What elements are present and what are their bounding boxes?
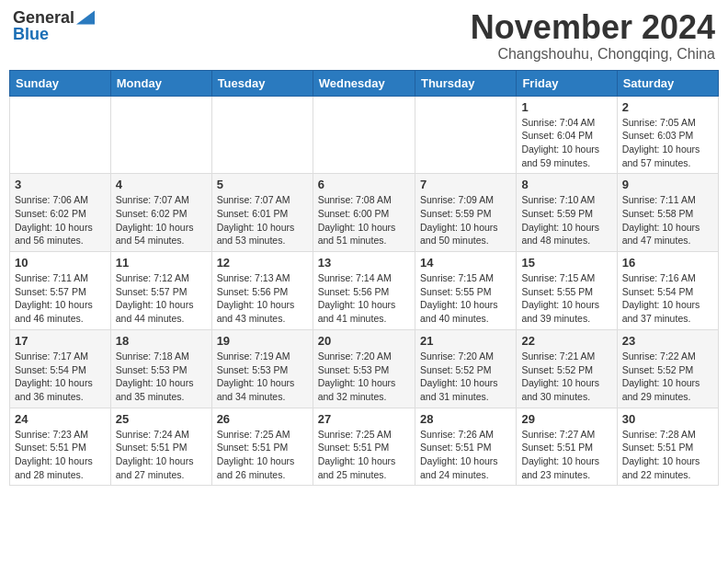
day-info: Sunrise: 7:16 AM Sunset: 5:54 PM Dayligh… <box>622 271 713 326</box>
calendar-cell: 18Sunrise: 7:18 AM Sunset: 5:53 PM Dayli… <box>110 329 211 408</box>
calendar-cell: 16Sunrise: 7:16 AM Sunset: 5:54 PM Dayli… <box>617 252 718 330</box>
location-subtitle: Changshouhu, Chongqing, China <box>471 46 715 63</box>
day-info: Sunrise: 7:11 AM Sunset: 5:58 PM Dayligh… <box>622 193 713 247</box>
day-info: Sunrise: 7:17 AM Sunset: 5:54 PM Dayligh… <box>15 350 106 404</box>
day-info: Sunrise: 7:25 AM Sunset: 5:51 PM Dayligh… <box>318 428 410 482</box>
day-number: 17 <box>15 334 106 348</box>
calendar-cell: 28Sunrise: 7:26 AM Sunset: 5:51 PM Dayli… <box>415 408 516 486</box>
calendar-cell <box>10 96 111 174</box>
day-number: 16 <box>622 256 713 270</box>
day-number: 25 <box>116 412 207 426</box>
page-header: General Blue November 2024 Changshouhu, … <box>9 9 719 63</box>
calendar-cell: 20Sunrise: 7:20 AM Sunset: 5:53 PM Dayli… <box>313 329 415 408</box>
calendar-week-4: 17Sunrise: 7:17 AM Sunset: 5:54 PM Dayli… <box>10 329 719 408</box>
day-number: 12 <box>217 256 308 270</box>
calendar-cell: 13Sunrise: 7:14 AM Sunset: 5:56 PM Dayli… <box>313 252 415 330</box>
weekday-header-monday: Monday <box>110 70 211 96</box>
day-number: 7 <box>420 178 511 191</box>
day-info: Sunrise: 7:12 AM Sunset: 5:57 PM Dayligh… <box>116 271 207 326</box>
calendar-cell <box>415 96 516 174</box>
logo-icon <box>76 10 95 25</box>
day-info: Sunrise: 7:25 AM Sunset: 5:51 PM Dayligh… <box>217 428 308 482</box>
calendar-cell: 17Sunrise: 7:17 AM Sunset: 5:54 PM Dayli… <box>10 329 111 408</box>
weekday-header-wednesday: Wednesday <box>313 70 415 96</box>
weekday-header-thursday: Thursday <box>415 70 516 96</box>
calendar-cell: 12Sunrise: 7:13 AM Sunset: 5:56 PM Dayli… <box>211 252 313 330</box>
calendar-cell: 21Sunrise: 7:20 AM Sunset: 5:52 PM Dayli… <box>415 329 516 408</box>
calendar-cell: 4Sunrise: 7:07 AM Sunset: 6:02 PM Daylig… <box>110 174 211 252</box>
day-info: Sunrise: 7:07 AM Sunset: 6:01 PM Dayligh… <box>217 193 308 247</box>
day-info: Sunrise: 7:24 AM Sunset: 5:51 PM Dayligh… <box>116 428 207 482</box>
day-info: Sunrise: 7:18 AM Sunset: 5:53 PM Dayligh… <box>116 350 207 404</box>
calendar-cell: 27Sunrise: 7:25 AM Sunset: 5:51 PM Dayli… <box>313 408 415 486</box>
day-info: Sunrise: 7:13 AM Sunset: 5:56 PM Dayligh… <box>217 271 308 326</box>
calendar-cell: 30Sunrise: 7:28 AM Sunset: 5:51 PM Dayli… <box>617 408 718 486</box>
day-info: Sunrise: 7:04 AM Sunset: 6:04 PM Dayligh… <box>521 116 611 170</box>
day-info: Sunrise: 7:06 AM Sunset: 6:02 PM Dayligh… <box>15 193 106 247</box>
calendar-cell: 22Sunrise: 7:21 AM Sunset: 5:52 PM Dayli… <box>517 329 617 408</box>
day-number: 24 <box>15 412 106 426</box>
svg-marker-0 <box>76 11 95 25</box>
day-number: 19 <box>217 334 308 348</box>
day-info: Sunrise: 7:11 AM Sunset: 5:57 PM Dayligh… <box>15 271 106 326</box>
calendar-cell: 9Sunrise: 7:11 AM Sunset: 5:58 PM Daylig… <box>617 174 718 252</box>
logo-general: General <box>13 9 74 26</box>
logo: General Blue <box>13 9 95 42</box>
calendar-table: SundayMondayTuesdayWednesdayThursdayFrid… <box>9 70 719 487</box>
calendar-cell: 1Sunrise: 7:04 AM Sunset: 6:04 PM Daylig… <box>517 96 617 174</box>
day-number: 23 <box>622 334 713 348</box>
calendar-cell <box>211 96 313 174</box>
calendar-cell: 15Sunrise: 7:15 AM Sunset: 5:55 PM Dayli… <box>517 252 617 330</box>
day-number: 2 <box>622 100 713 114</box>
calendar-cell: 10Sunrise: 7:11 AM Sunset: 5:57 PM Dayli… <box>10 252 111 330</box>
day-info: Sunrise: 7:07 AM Sunset: 6:02 PM Dayligh… <box>116 193 207 247</box>
day-number: 21 <box>420 334 511 348</box>
day-info: Sunrise: 7:28 AM Sunset: 5:51 PM Dayligh… <box>622 428 713 482</box>
calendar-cell: 6Sunrise: 7:08 AM Sunset: 6:00 PM Daylig… <box>313 174 415 252</box>
day-info: Sunrise: 7:14 AM Sunset: 5:56 PM Dayligh… <box>318 271 410 326</box>
calendar-cell: 23Sunrise: 7:22 AM Sunset: 5:52 PM Dayli… <box>617 329 718 408</box>
calendar-cell: 3Sunrise: 7:06 AM Sunset: 6:02 PM Daylig… <box>10 174 111 252</box>
calendar-cell: 25Sunrise: 7:24 AM Sunset: 5:51 PM Dayli… <box>110 408 211 486</box>
calendar-cell: 19Sunrise: 7:19 AM Sunset: 5:53 PM Dayli… <box>211 329 313 408</box>
calendar-cell: 29Sunrise: 7:27 AM Sunset: 5:51 PM Dayli… <box>517 408 617 486</box>
calendar-week-3: 10Sunrise: 7:11 AM Sunset: 5:57 PM Dayli… <box>10 252 719 330</box>
day-number: 15 <box>521 256 611 270</box>
day-info: Sunrise: 7:09 AM Sunset: 5:59 PM Dayligh… <box>420 193 511 247</box>
weekday-header-sunday: Sunday <box>10 70 111 96</box>
day-info: Sunrise: 7:20 AM Sunset: 5:52 PM Dayligh… <box>420 350 511 404</box>
day-number: 8 <box>521 178 611 191</box>
day-info: Sunrise: 7:22 AM Sunset: 5:52 PM Dayligh… <box>622 350 713 404</box>
day-number: 30 <box>622 412 713 426</box>
weekday-header-saturday: Saturday <box>617 70 718 96</box>
day-number: 28 <box>420 412 511 426</box>
day-number: 9 <box>622 178 713 191</box>
day-number: 4 <box>116 178 207 191</box>
day-info: Sunrise: 7:10 AM Sunset: 5:59 PM Dayligh… <box>521 193 611 247</box>
calendar-cell: 8Sunrise: 7:10 AM Sunset: 5:59 PM Daylig… <box>517 174 617 252</box>
weekday-header-row: SundayMondayTuesdayWednesdayThursdayFrid… <box>10 70 719 96</box>
calendar-cell <box>110 96 211 174</box>
calendar-week-1: 1Sunrise: 7:04 AM Sunset: 6:04 PM Daylig… <box>10 96 719 174</box>
calendar-cell <box>313 96 415 174</box>
day-info: Sunrise: 7:19 AM Sunset: 5:53 PM Dayligh… <box>217 350 308 404</box>
day-info: Sunrise: 7:15 AM Sunset: 5:55 PM Dayligh… <box>420 271 511 326</box>
day-number: 27 <box>318 412 410 426</box>
day-number: 6 <box>318 178 410 191</box>
day-info: Sunrise: 7:20 AM Sunset: 5:53 PM Dayligh… <box>318 350 410 404</box>
calendar-cell: 2Sunrise: 7:05 AM Sunset: 6:03 PM Daylig… <box>617 96 718 174</box>
day-number: 11 <box>116 256 207 270</box>
day-number: 29 <box>521 412 611 426</box>
day-info: Sunrise: 7:21 AM Sunset: 5:52 PM Dayligh… <box>521 350 611 404</box>
day-number: 10 <box>15 256 106 270</box>
calendar-cell: 5Sunrise: 7:07 AM Sunset: 6:01 PM Daylig… <box>211 174 313 252</box>
day-info: Sunrise: 7:26 AM Sunset: 5:51 PM Dayligh… <box>420 428 511 482</box>
day-info: Sunrise: 7:15 AM Sunset: 5:55 PM Dayligh… <box>521 271 611 326</box>
calendar-cell: 7Sunrise: 7:09 AM Sunset: 5:59 PM Daylig… <box>415 174 516 252</box>
calendar-cell: 11Sunrise: 7:12 AM Sunset: 5:57 PM Dayli… <box>110 252 211 330</box>
day-number: 18 <box>116 334 207 348</box>
logo-blue: Blue <box>13 26 49 42</box>
calendar-cell: 24Sunrise: 7:23 AM Sunset: 5:51 PM Dayli… <box>10 408 111 486</box>
calendar-week-2: 3Sunrise: 7:06 AM Sunset: 6:02 PM Daylig… <box>10 174 719 252</box>
calendar-cell: 26Sunrise: 7:25 AM Sunset: 5:51 PM Dayli… <box>211 408 313 486</box>
